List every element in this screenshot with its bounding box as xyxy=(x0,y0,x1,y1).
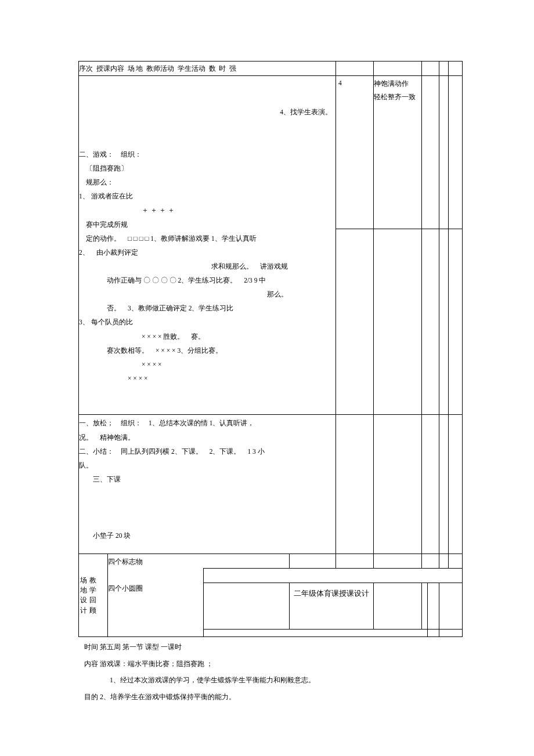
cell-top-c: 神饱满动作 轻松整齐一致 xyxy=(374,76,422,229)
header-blank-2 xyxy=(374,62,422,76)
venue-c1 xyxy=(204,554,290,569)
ending-content-cell: 一、放松； 组织： 1、总结本次课的情 1、认真听讲， 况。 精神饱满。 二、小… xyxy=(79,415,336,554)
cell-top-blank-2 xyxy=(439,76,449,229)
venue-left-cell: 场 地 设 计 教 学 回 顾 xyxy=(79,554,108,637)
venue-c4 xyxy=(374,554,422,569)
main-content-cell-1: 4、找学生表演。 二、游戏： 组织： 〔阻挡赛跑〕 规那么： 1、 游戏者应在比… xyxy=(79,76,336,415)
blank-b-4 xyxy=(428,583,439,629)
blank-b-3 xyxy=(422,583,428,629)
row1-content-text: 二、游戏： 组织： 〔阻挡赛跑〕 规那么： 1、 游戏者应在比 ＋ ＋ ＋ ＋ … xyxy=(79,147,335,385)
blank-b-1 xyxy=(204,583,290,629)
blank-c-2 xyxy=(428,629,439,637)
venue-c6 xyxy=(439,554,449,569)
cell-b1-3 xyxy=(422,229,439,415)
header-cell-merged: 序次 授课内容 场 地 教师活动 学生活动 数 时 强 xyxy=(79,62,336,76)
venue-label-a: 场 地 设 计 xyxy=(80,576,87,616)
hdr-c6: 数 xyxy=(209,65,216,72)
cell-b1-4 xyxy=(439,229,449,415)
venue-c3 xyxy=(336,554,374,569)
table-row-venue: 场 地 设 计 教 学 回 顾 四个标志物 四个小圆圈 xyxy=(79,554,463,569)
hdr-c7: 时 xyxy=(219,65,226,72)
footer-line-4: 目的 2、培养学生在游戏中锻炼保持平衡的能力。 xyxy=(84,689,461,704)
cell-end-1 xyxy=(336,415,374,554)
cell-end-3 xyxy=(422,415,439,554)
table-row-top-strip: 4、找学生表演。 二、游戏： 组织： 〔阻挡赛跑〕 规那么： 1、 游戏者应在比… xyxy=(79,76,463,229)
hdr-c1: 序次 xyxy=(79,65,93,72)
blank-b-2 xyxy=(374,583,422,629)
header-blank-5 xyxy=(449,62,463,76)
table-row-ending: 一、放松； 组织： 1、总结本次课的情 1、认真听讲， 况。 精神饱满。 二、小… xyxy=(79,415,463,554)
cell-top-b: 4 xyxy=(336,76,374,229)
row1-part-and-content: 4、找学生表演。 xyxy=(79,105,335,119)
footer-line-3: 1、经过本次游戏课的学习，使学生锻炼学生平衡能力和刚毅意志。 xyxy=(84,672,461,688)
hdr-c5: 学生活动 xyxy=(178,65,205,72)
cell-end-2 xyxy=(374,415,422,554)
cell-top-blank-1 xyxy=(422,76,439,229)
document-page: 序次 授课内容 场 地 教师活动 学生活动 数 时 强 4、找学生表演。 二、游… xyxy=(0,0,534,729)
footer-text-block: 时间 第五周 第一节 课型 一课时 内容 游戏课：端水平衡比赛；阻挡赛跑 ； 1… xyxy=(78,639,461,704)
hdr-c8: 强 xyxy=(229,65,236,72)
blank-c-1 xyxy=(204,629,428,637)
hdr-c2: 授课内容 xyxy=(96,65,124,72)
hdr-c3: 场 地 xyxy=(128,65,143,72)
venue-c5 xyxy=(422,554,439,569)
lesson-plan-table: 序次 授课内容 场 地 教师活动 学生活动 数 时 强 4、找学生表演。 二、游… xyxy=(78,61,463,637)
footer-line-1: 时间 第五周 第一节 课型 一课时 xyxy=(84,639,461,654)
footer-line-2: 内容 游戏课：端水平衡比赛；阻挡赛跑 ； xyxy=(84,656,461,671)
lesson-title-cell: 二年级体育课授课设计 xyxy=(290,583,374,629)
header-blank-3 xyxy=(422,62,439,76)
venue-label-b: 教 学 回 顾 xyxy=(89,576,96,616)
table-header-row: 序次 授课内容 场 地 教师活动 学生活动 数 时 强 xyxy=(79,62,463,76)
venue-c2 xyxy=(290,554,336,569)
cell-b1-1 xyxy=(336,229,374,415)
row1-top-right-a: 4、找学生表演。 xyxy=(79,105,335,119)
cell-end-4 xyxy=(439,415,449,554)
cell-top-blank-3 xyxy=(449,76,463,229)
blank-b-5 xyxy=(439,583,463,629)
venue-c7 xyxy=(449,554,463,569)
blank-c-3 xyxy=(439,629,463,637)
cell-end-5 xyxy=(449,415,463,554)
venue-mid-cell: 四个标志物 四个小圆圈 xyxy=(108,554,204,637)
header-blank-4 xyxy=(439,62,449,76)
header-blank-1 xyxy=(336,62,374,76)
cell-b1-2 xyxy=(374,229,422,415)
hdr-c4: 教师活动 xyxy=(146,65,174,72)
blank-a-wide xyxy=(204,569,463,583)
cell-b1-5 xyxy=(449,229,463,415)
